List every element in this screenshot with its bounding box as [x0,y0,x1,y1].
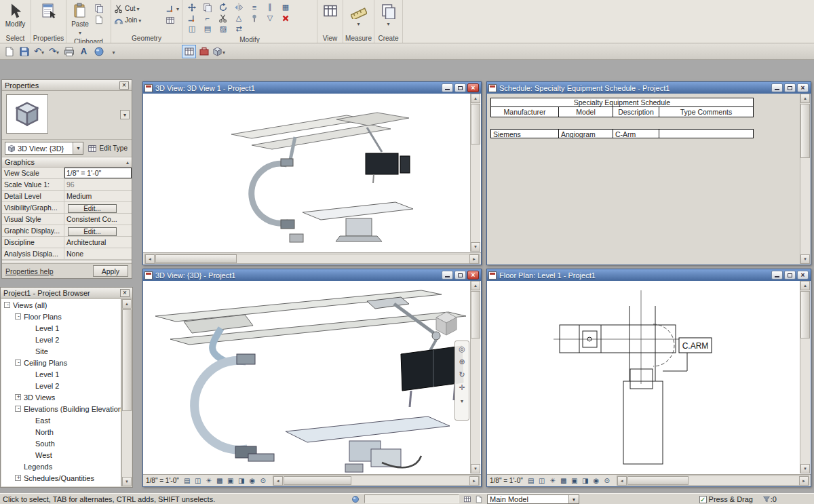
system-browser-toggle[interactable] [182,45,196,58]
scrollbar-thumb[interactable] [284,476,351,485]
pan-icon[interactable]: ✛ [459,383,465,392]
tree-item-north[interactable]: North [1,426,121,438]
offset-tool-icon[interactable]: ∥ [263,2,277,12]
redo-button[interactable]: ↷ [47,45,61,58]
worksets-field[interactable] [364,495,459,503]
press-drag-checkbox[interactable] [699,496,707,503]
press-drag-toggle[interactable]: Press & Drag [699,494,753,504]
minimize-icon[interactable] [771,271,783,279]
cell-description[interactable]: C-Arm [613,130,659,138]
window-titlebar[interactable]: 3D View: {3D} - Project1 [143,269,481,281]
align-tool-icon[interactable]: ≡ [247,2,262,12]
apply-button[interactable]: Apply [93,265,128,277]
column-header-manufacturer[interactable]: Manufacturer [491,107,559,117]
schedule-canvas[interactable]: Specialty Equipment Schedule Manufacture… [487,94,811,265]
crop-region-icon[interactable]: ◨ [236,476,247,486]
analysis-display-value[interactable]: None [64,248,132,259]
hide-isolate-icon[interactable]: ◉ [247,476,258,486]
design-option-dropdown-icon[interactable] [568,495,579,503]
scroll-up-icon[interactable] [122,299,132,309]
cut-dropdown-icon[interactable] [137,5,140,12]
discipline-value[interactable]: Architectural [64,237,132,248]
scroll-left-icon[interactable] [145,254,155,264]
split-tool-icon[interactable] [216,13,231,23]
join-dropdown-icon[interactable] [138,16,141,24]
manage-links-button[interactable] [212,45,226,58]
text-button[interactable] [77,45,91,58]
scroll-up-icon[interactable] [471,281,480,290]
wall-joins-button[interactable] [165,15,180,25]
zoom-icon[interactable]: ⊕ [459,357,465,366]
window-titlebar[interactable]: 3D View: 3D View 1 - Project1 [143,82,481,94]
column-header-type-comments[interactable]: Type Comments [659,107,753,117]
print-button[interactable] [62,45,76,58]
maximize-icon[interactable] [454,83,466,92]
orbit-icon[interactable]: ↻ [459,370,465,379]
visual-style-value[interactable]: Consistent Co... [64,214,132,225]
graphic-display-edit-button[interactable]: Edit... [68,227,117,236]
shadows-icon[interactable]: ▩ [558,476,569,486]
tree-item-site[interactable]: Site [1,345,121,357]
tree-item-west[interactable]: West [1,449,121,461]
minimize-icon[interactable] [771,83,783,92]
scroll-down-icon[interactable] [800,464,810,473]
scroll-up-icon[interactable] [800,281,810,290]
join-geometry-button[interactable]: Join [113,15,142,25]
column-header-description[interactable]: Description [613,107,659,117]
tree-item-level-1[interactable]: Level 1 [1,322,121,334]
tree-item-3d-views[interactable]: 3D Views [1,391,121,403]
paste-dropdown-icon[interactable] [79,28,81,36]
type-selector-dropdown-icon[interactable] [73,142,83,154]
collapse-section-icon[interactable] [126,159,129,166]
tree-item-legends[interactable]: Legends [1,461,121,472]
open-button[interactable] [2,45,16,58]
minimize-icon[interactable] [442,271,453,279]
properties-help-link[interactable]: Properties help [5,267,54,275]
cell-manufacturer[interactable]: Siemens [491,130,559,138]
3d-view-1-canvas[interactable] [143,94,481,252]
detail-level-icon[interactable]: ▤ [526,476,537,486]
tree-item-south[interactable]: South [1,438,121,449]
render-button[interactable] [92,45,106,58]
view-scale-value[interactable]: 1/8" = 1'-0" [64,168,132,178]
rotate-tool-icon[interactable] [216,2,231,12]
scrollbar-thumb[interactable] [800,291,810,338]
design-options-status-button[interactable] [475,494,483,504]
close-icon[interactable] [467,271,479,279]
tree-item-views-all[interactable]: Views (all) [1,299,121,311]
scroll-left-icon[interactable] [273,476,283,486]
crop-view-icon[interactable]: ▣ [569,476,580,486]
expand-icon[interactable] [15,475,21,481]
scrollbar-thumb[interactable] [627,476,689,485]
cell-type-comments[interactable] [659,130,753,138]
save-button[interactable] [17,45,31,58]
scroll-left-icon[interactable] [617,476,627,486]
cope-button[interactable] [165,3,180,14]
project-browser-scrollbar[interactable] [121,299,132,486]
scroll-down-icon[interactable] [471,464,480,473]
close-icon[interactable] [120,289,130,297]
measure-button[interactable] [349,1,368,27]
properties-button[interactable] [34,1,64,19]
expand-icon[interactable] [15,394,21,400]
mirror-tool-icon[interactable] [231,2,246,12]
design-option-combo[interactable]: Main Model [487,495,579,504]
paint-tool-icon[interactable]: ▤ [200,24,215,34]
close-icon[interactable] [467,83,479,92]
close-icon[interactable] [797,83,809,92]
unpin-tool-icon[interactable]: ▽ [263,13,277,23]
sun-path-icon[interactable]: ☀ [547,476,558,486]
array-tool-icon[interactable]: ▦ [278,2,293,12]
swap-tool-icon[interactable]: ⇄ [231,24,246,34]
paste-button[interactable]: Paste [69,1,92,36]
shadows-icon[interactable]: ▩ [214,476,225,486]
toolbar-overflow-button[interactable] [106,45,121,58]
modify-button[interactable]: Modify [2,1,28,28]
tree-item-ceiling-plans[interactable]: Ceiling Plans [1,357,121,368]
design-options-button[interactable] [197,45,211,58]
scroll-down-icon[interactable] [122,477,132,486]
vertical-scrollbar[interactable] [470,94,480,252]
detail-level-icon[interactable]: ▤ [182,476,193,486]
scroll-right-icon[interactable] [799,476,809,486]
vertical-scrollbar[interactable] [800,281,810,473]
